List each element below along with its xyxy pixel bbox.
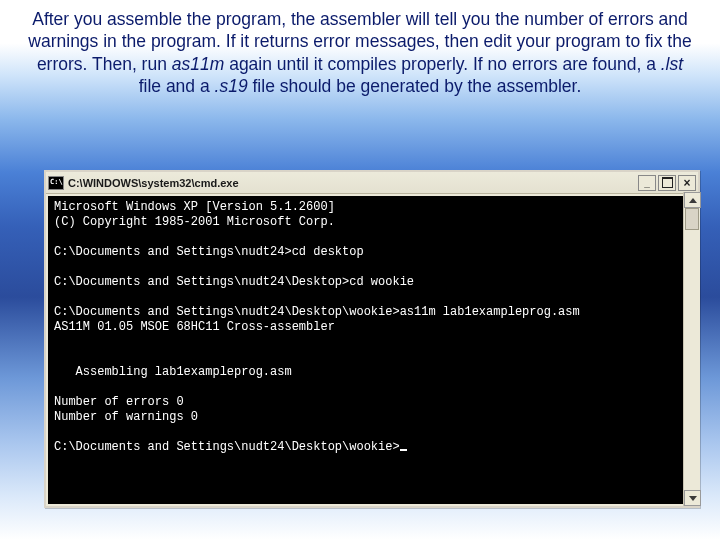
cmd-icon	[48, 176, 64, 190]
term-line: Microsoft Windows XP [Version 5.1.2600]	[54, 200, 690, 215]
cursor-icon	[400, 449, 407, 451]
window-buttons: _ ×	[638, 175, 696, 191]
term-line: Number of errors 0	[54, 395, 690, 410]
minimize-button[interactable]: _	[638, 175, 656, 191]
term-line: (C) Copyright 1985-2001 Microsoft Corp.	[54, 215, 690, 230]
cmd-window-wrap: C:\WINDOWS\system32\cmd.exe _ × Microsof…	[44, 170, 700, 508]
close-button[interactable]: ×	[678, 175, 696, 191]
term-line: AS11M 01.05 MSOE 68HC11 Cross-assembler	[54, 320, 690, 335]
term-line: C:\Documents and Settings\nudt24\Desktop…	[54, 275, 690, 290]
scrollbar[interactable]	[683, 192, 700, 506]
scroll-thumb[interactable]	[685, 208, 699, 230]
titlebar[interactable]: C:\WINDOWS\system32\cmd.exe _ ×	[46, 172, 698, 194]
term-line: C:\Documents and Settings\nudt24\Desktop…	[54, 305, 690, 320]
chevron-down-icon	[689, 496, 697, 501]
cmd-window: C:\WINDOWS\system32\cmd.exe _ × Microsof…	[44, 170, 700, 508]
scroll-up-button[interactable]	[684, 192, 701, 208]
chevron-up-icon	[689, 198, 697, 203]
maximize-button[interactable]	[658, 175, 676, 191]
term-prompt: C:\Documents and Settings\nudt24\Desktop…	[54, 440, 690, 455]
term-line: C:\Documents and Settings\nudt24>cd desk…	[54, 245, 690, 260]
instruction-text: After you assemble the program, the asse…	[0, 0, 720, 104]
term-line: Assembling lab1exampleprog.asm	[54, 365, 690, 380]
term-line: Number of warnings 0	[54, 410, 690, 425]
scroll-down-button[interactable]	[684, 490, 701, 506]
terminal[interactable]: Microsoft Windows XP [Version 5.1.2600] …	[48, 196, 696, 504]
window-title: C:\WINDOWS\system32\cmd.exe	[68, 177, 634, 189]
